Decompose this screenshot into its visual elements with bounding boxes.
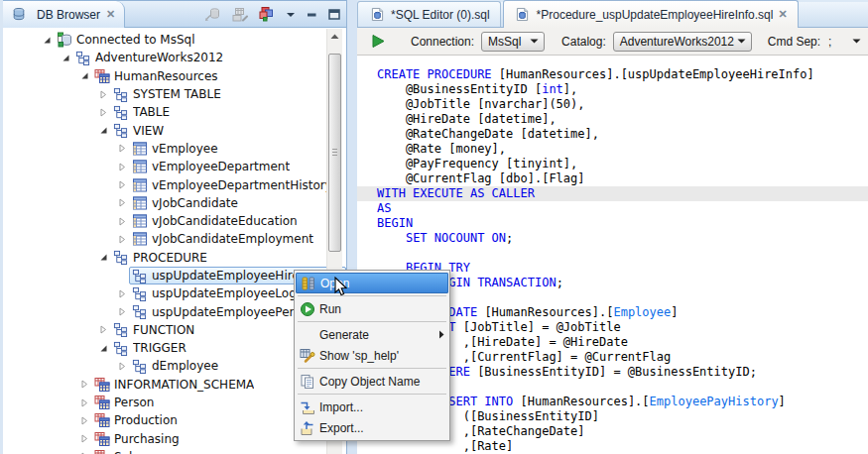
tree-item-vemployee[interactable]: vEmployee [5, 140, 346, 158]
expand-arrow-icon[interactable] [77, 432, 91, 446]
code-line: UPDATE [HumanResources].[Employee] [377, 305, 868, 320]
tree-item-view[interactable]: VIEW [5, 121, 346, 139]
expand-arrow-icon[interactable] [115, 178, 129, 192]
tree-item-label: VIEW [133, 124, 164, 138]
code-line: BEGIN [377, 216, 868, 231]
menu-item-import[interactable]: Import... [296, 397, 448, 417]
database-icon [10, 7, 27, 23]
catalog-icon [74, 50, 91, 65]
tree-item-vjobcandidateeducation[interactable]: vJobCandidateEducation [5, 212, 346, 230]
code-line [377, 290, 868, 305]
collapse-arrow-icon[interactable] [77, 69, 91, 83]
tree-item-adventureworks2012[interactable]: AdventureWorks2012 [5, 49, 346, 66]
tree-item-vemployeedepartment[interactable]: vEmployeeDepartment [5, 158, 346, 175]
tree-item-table[interactable]: TABLE [5, 103, 346, 121]
menu-item-copy-object-name[interactable]: Copy Object Name [296, 371, 448, 392]
expand-arrow-icon[interactable] [115, 305, 129, 319]
collapse-arrow-icon[interactable] [96, 341, 110, 355]
code-segment: [HumanResources].[ [513, 395, 649, 408]
tree-item-label: Person [114, 396, 154, 409]
tree-item-body: SYSTEM TABLE [110, 85, 225, 103]
connection-label: Connection: [411, 35, 474, 49]
object-type-icon [112, 104, 129, 120]
view-icon [131, 231, 148, 247]
tree-item-vemployeedepartmenthistory[interactable]: vEmployeeDepartmentHistory [5, 175, 346, 193]
code-segment: EmployeePayHistory [650, 395, 779, 408]
minimize-icon[interactable] [306, 6, 318, 24]
tree-item-vjobcandidate[interactable]: vJobCandidate [5, 194, 346, 212]
tree-item-system-table[interactable]: SYSTEM TABLE [5, 85, 346, 103]
tree-item-sales[interactable]: Sales [5, 448, 346, 454]
code-segment: [HumanResources].[ [477, 305, 613, 319]
menu-separator [298, 394, 446, 395]
tree-item-body: vJobCandidate [129, 194, 242, 212]
tree-item-humanresources[interactable]: HumanResources [5, 67, 346, 85]
expand-arrow-icon[interactable] [77, 396, 91, 409]
menu-item-generate[interactable]: Generate [296, 324, 448, 345]
tree-item-label: vEmployeeDepartmentHistory [152, 178, 332, 192]
edit-connection-icon[interactable] [230, 6, 248, 24]
tree-item-label: HumanResources [114, 69, 218, 83]
view-menu-icon[interactable] [284, 6, 297, 24]
expand-arrow-icon[interactable] [115, 142, 129, 156]
schema-icon [93, 395, 110, 410]
submenu-arrow-icon [434, 330, 448, 339]
expand-arrow-icon[interactable] [96, 105, 110, 119]
play-icon [371, 34, 386, 49]
collapse-arrow-icon[interactable] [96, 124, 110, 138]
expand-arrow-icon[interactable] [77, 413, 91, 427]
cmd-sep-select[interactable]: ; [822, 32, 866, 52]
open-object-icon [297, 276, 320, 291]
editor-tab-procedure-uspupdateemployeehireinfo-sql[interactable]: *Procedure_uspUpdateEmployeeHireInfo.sql… [503, 0, 799, 28]
expand-arrow-icon[interactable] [115, 214, 129, 228]
code-line: BEGIN TRY [377, 261, 868, 276]
menu-item-open[interactable]: Open [296, 273, 448, 293]
collapse-arrow-icon[interactable] [96, 251, 110, 265]
catalog-label: Catalog: [561, 35, 606, 49]
connection-select[interactable]: MsSql [481, 32, 545, 52]
close-view-icon[interactable]: ✕ [106, 8, 115, 21]
code-line [377, 380, 868, 395]
code-line: BEGIN TRANSACTION; [377, 276, 868, 290]
menu-item-export[interactable]: Export... [296, 417, 448, 438]
tree-item-body: FUNCTION [110, 321, 198, 339]
code-segment: ; [557, 276, 563, 289]
tree-item-body: Sales [91, 448, 150, 454]
maximize-icon[interactable] [327, 6, 340, 24]
connect-db-icon[interactable] [203, 6, 221, 24]
expand-arrow-icon[interactable] [96, 87, 110, 101]
tree-item-connected-to-mssql[interactable]: Connected to MsSql [5, 31, 346, 49]
expand-arrow-icon[interactable] [96, 323, 110, 337]
db-browser-view-tab[interactable]: DB Browser ✕ [3, 1, 125, 28]
object-type-icon [112, 86, 129, 102]
code-line: @PayFrequency [tinyint], [377, 157, 868, 171]
close-tab-icon[interactable]: ✕ [778, 8, 787, 21]
scroll-up-button[interactable] [327, 29, 342, 44]
catalog-select[interactable]: AdventureWorks2012 [613, 32, 752, 52]
tree-item-procedure[interactable]: PROCEDURE [5, 249, 346, 267]
disconnect-db-icon[interactable] [257, 6, 275, 24]
expand-arrow-icon[interactable] [115, 286, 129, 300]
connection-value: MsSql [488, 35, 521, 49]
tree-item-label: TRIGGER [133, 341, 186, 355]
expand-arrow-icon[interactable] [115, 196, 129, 210]
collapse-arrow-icon[interactable] [40, 33, 54, 47]
code-line: ,[CurrentFlag] = @CurrentFlag [377, 350, 868, 365]
editor-tab-sql-editor-0-sql[interactable]: *SQL Editor (0).sql [357, 1, 501, 27]
menu-item-show-sp-help[interactable]: Show 'sp_help' [296, 345, 448, 366]
expand-arrow-icon[interactable] [115, 359, 129, 373]
execute-button[interactable] [369, 33, 387, 51]
tree-item-body: INFORMATION_SCHEMA [91, 376, 258, 394]
expand-arrow-icon[interactable] [77, 378, 91, 392]
tree-item-label: uspUpdateEmployeePerson [152, 305, 315, 319]
menu-item-run[interactable]: Run [296, 298, 448, 319]
expand-arrow-icon[interactable] [115, 232, 129, 246]
tree-item-vjobcandidateemployment[interactable]: vJobCandidateEmployment [5, 230, 346, 248]
tree-item-body: VIEW [110, 122, 168, 140]
scroll-thumb[interactable] [328, 54, 341, 252]
expand-arrow-icon[interactable] [77, 450, 91, 454]
expand-arrow-icon[interactable] [115, 160, 129, 173]
cmd-sep-label: Cmd Sep: [768, 35, 820, 49]
collapse-arrow-icon[interactable] [59, 51, 72, 64]
tree-item-body: vJobCandidateEmployment [129, 230, 317, 248]
